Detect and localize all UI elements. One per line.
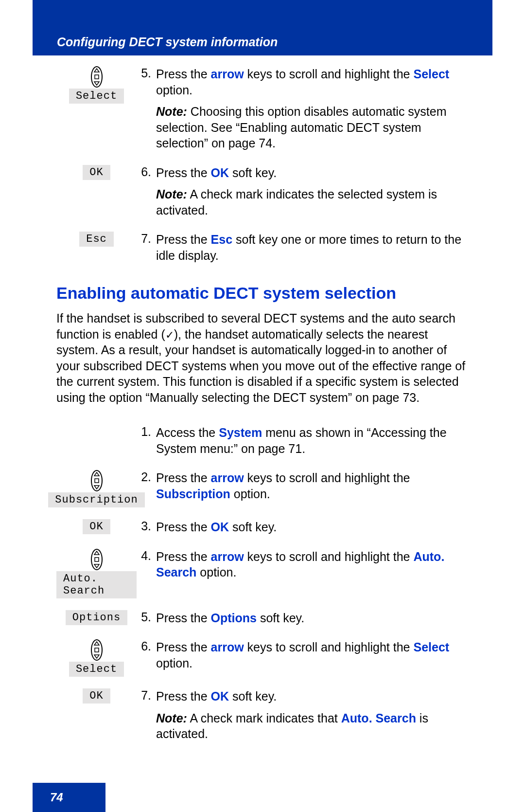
nav-key-icon: Auto. Search	[56, 549, 137, 598]
key-label: Esc	[79, 232, 114, 247]
step-text-column: Access the System menu as shown in “Acce…	[156, 425, 470, 462]
step-text: Press the arrow keys to scroll and highl…	[156, 470, 470, 502]
soft-key-icon: Esc	[79, 232, 114, 247]
icon-column: OK	[56, 688, 137, 707]
nav-arrow-icon	[91, 639, 103, 661]
step-text: Press the arrow keys to scroll and highl…	[156, 66, 470, 98]
step-text: Press the OK soft key.	[156, 688, 470, 704]
step-text-column: Press the OK soft key.Note: A check mark…	[156, 688, 470, 748]
svg-marker-15	[94, 655, 99, 658]
step-text: Press the Esc soft key one or more times…	[156, 232, 470, 263]
step-number: 6.	[137, 165, 156, 179]
step-text: Note: A check mark indicates that Auto. …	[156, 710, 470, 742]
svg-marker-5	[94, 472, 99, 476]
step-number: 1.	[137, 425, 156, 439]
svg-point-12	[91, 640, 102, 660]
section-heading: Enabling automatic DECT system selection	[56, 284, 470, 303]
step-number: 3.	[137, 519, 156, 533]
svg-marker-13	[94, 642, 99, 645]
svg-marker-9	[94, 551, 99, 555]
svg-marker-11	[94, 564, 99, 568]
step-number: 2.	[137, 470, 156, 484]
step-text-column: Press the arrow keys to scroll and highl…	[156, 470, 470, 507]
svg-marker-1	[94, 69, 99, 72]
key-label: Auto. Search	[56, 571, 137, 598]
soft-key-icon: Options	[66, 610, 127, 625]
page-header: Configuring DECT system information	[33, 0, 492, 55]
step-row: 1. Access the System menu as shown in “A…	[56, 425, 470, 462]
section-paragraph: If the handset is subscribed to several …	[56, 310, 470, 405]
svg-point-8	[91, 549, 102, 570]
icon-column: OK	[56, 165, 137, 184]
svg-point-4	[91, 470, 102, 491]
step-text: Note: Choosing this option disables auto…	[156, 104, 470, 151]
step-text-column: Press the OK soft key.Note: A check mark…	[156, 165, 470, 224]
svg-rect-10	[95, 558, 99, 561]
step-text: Press the OK soft key.	[156, 519, 470, 535]
step-text: Press the OK soft key.	[156, 165, 470, 181]
header-title: Configuring DECT system information	[57, 35, 278, 49]
step-text-column: Press the arrow keys to scroll and highl…	[156, 549, 470, 586]
page-number: 74	[50, 791, 63, 804]
step-row: OK 3. Press the OK soft key.	[56, 519, 470, 541]
step-row: Options 5. Press the Options soft key.	[56, 610, 470, 632]
step-list-a: Select 5. Press the arrow keys to scroll…	[56, 66, 470, 269]
soft-key-icon: OK	[83, 165, 110, 180]
nav-arrow-icon	[91, 470, 103, 491]
key-label: Options	[66, 610, 127, 625]
step-text: Press the Options soft key.	[156, 610, 470, 626]
key-label: OK	[83, 165, 110, 180]
nav-key-icon: Subscription	[48, 470, 144, 507]
key-label: OK	[83, 688, 110, 704]
key-label: Subscription	[48, 492, 144, 507]
svg-rect-6	[95, 479, 99, 483]
step-number: 7.	[137, 232, 156, 246]
key-label: OK	[83, 519, 110, 534]
step-row: Select 6. Press the arrow keys to scroll…	[56, 639, 470, 681]
nav-arrow-icon	[91, 66, 103, 88]
step-list-b: 1. Access the System menu as shown in “A…	[56, 425, 470, 748]
icon-column: Select	[56, 639, 137, 681]
step-row: Auto. Search 4. Press the arrow keys to …	[56, 549, 470, 602]
nav-key-icon: Select	[69, 639, 124, 677]
step-number: 7.	[137, 688, 156, 703]
icon-column: Select	[56, 66, 137, 108]
step-text: Press the arrow keys to scroll and highl…	[156, 639, 470, 671]
svg-rect-14	[95, 648, 99, 652]
step-number: 4.	[137, 549, 156, 563]
step-text-column: Press the arrow keys to scroll and highl…	[156, 66, 470, 157]
step-row: Esc 7. Press the Esc soft key one or mor…	[56, 232, 470, 269]
step-row: OK 7. Press the OK soft key.Note: A chec…	[56, 688, 470, 748]
icon-column: Options	[56, 610, 137, 629]
svg-marker-3	[94, 82, 99, 85]
step-text-column: Press the Esc soft key one or more times…	[156, 232, 470, 269]
icon-column: Esc	[56, 232, 137, 251]
step-text: Press the arrow keys to scroll and highl…	[156, 549, 470, 580]
step-text-column: Press the OK soft key.	[156, 519, 470, 541]
soft-key-icon: OK	[83, 519, 110, 534]
svg-marker-7	[94, 486, 99, 489]
key-label: Select	[69, 89, 124, 104]
step-text: Access the System menu as shown in “Acce…	[156, 425, 470, 456]
step-row: OK 6. Press the OK soft key.Note: A chec…	[56, 165, 470, 224]
icon-column: Auto. Search	[56, 549, 137, 602]
step-text-column: Press the Options soft key.	[156, 610, 470, 632]
soft-key-icon: OK	[83, 688, 110, 704]
icon-column: Subscription	[56, 470, 137, 511]
step-text-column: Press the arrow keys to scroll and highl…	[156, 639, 470, 677]
step-row: Select 5. Press the arrow keys to scroll…	[56, 66, 470, 157]
svg-point-0	[91, 67, 102, 87]
page-footer: 74	[33, 783, 105, 812]
step-text: Note: A check mark indicates the selecte…	[156, 186, 470, 218]
step-row: Subscription 2. Press the arrow keys to …	[56, 470, 470, 511]
icon-column: OK	[56, 519, 137, 538]
key-label: Select	[69, 662, 124, 677]
svg-rect-2	[95, 75, 99, 79]
nav-key-icon: Select	[69, 66, 124, 104]
nav-arrow-icon	[91, 549, 103, 570]
step-number: 5.	[137, 66, 156, 80]
page-content: Select 5. Press the arrow keys to scroll…	[56, 66, 470, 756]
step-number: 5.	[137, 610, 156, 624]
step-number: 6.	[137, 639, 156, 653]
